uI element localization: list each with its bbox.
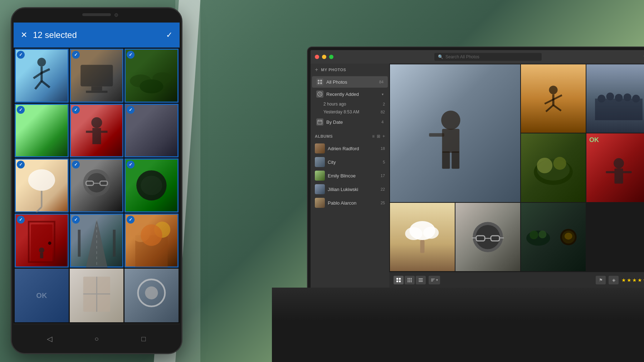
check-badge: ✓ xyxy=(72,216,80,224)
all-photos-icon xyxy=(316,78,323,85)
sidebar-item-all-photos[interactable]: All Photos 84 xyxy=(312,76,388,88)
svg-point-75 xyxy=(553,157,566,170)
mosaic-photo-red-wall[interactable]: OK xyxy=(586,133,644,202)
macos-titlebar: 🔍 Search All Photos ▼ xyxy=(311,50,644,64)
photo-cell[interactable]: ✓ xyxy=(15,49,69,103)
svg-point-60 xyxy=(549,85,557,94)
photo-cell[interactable] xyxy=(70,269,124,323)
mosaic-photo-person-sitting[interactable] xyxy=(390,64,520,202)
sidebar: + MY PHOTOS All Ph xyxy=(311,64,389,288)
star-3[interactable]: ★ xyxy=(632,277,637,283)
mosaic-photo-food[interactable] xyxy=(521,133,586,202)
album-count-adrien: 18 xyxy=(381,146,385,151)
traffic-light-maximize[interactable] xyxy=(329,55,333,59)
svg-point-95 xyxy=(530,230,538,239)
sidebar-sub-yesterday[interactable]: Yesterday 8:53 AM 82 xyxy=(311,108,389,116)
svg-rect-77 xyxy=(614,168,623,184)
filter-photos-button[interactable]: ◈ xyxy=(609,276,619,284)
photo-cell[interactable]: ✓ xyxy=(125,158,179,212)
filter-icon[interactable]: ▼ xyxy=(643,54,644,60)
phone-body: ✕ 12 selected ✓ ✓ xyxy=(11,7,182,354)
recent-nav-icon[interactable]: □ xyxy=(138,333,149,344)
add-photos-button[interactable]: + xyxy=(315,67,318,73)
svg-line-20 xyxy=(36,207,42,212)
albums-list-icon[interactable]: ≡ xyxy=(372,134,375,139)
list-view-button[interactable] xyxy=(416,276,426,284)
mosaic-photo-city-people[interactable] xyxy=(586,64,644,133)
laptop-container: 🔍 Search All Photos ▼ + MY PHOTOS xyxy=(272,47,644,362)
close-icon[interactable]: ✕ xyxy=(21,30,27,40)
photo-cell[interactable]: ✓ xyxy=(15,214,69,268)
yesterday-label: Yesterday 8:53 AM xyxy=(323,109,378,114)
svg-rect-100 xyxy=(399,280,401,282)
photo-cell[interactable]: ✓ xyxy=(70,49,124,103)
sidebar-sub-2hours[interactable]: 2 hours ago 2 xyxy=(311,100,389,108)
flag-button[interactable]: ⚑ xyxy=(596,276,606,284)
by-date-icon xyxy=(316,118,323,126)
sidebar-item-recently-added[interactable]: Recently Added ▾ xyxy=(312,88,388,100)
album-count-city: 5 xyxy=(383,160,385,164)
photo-cell[interactable]: ✓ xyxy=(125,49,179,103)
photo-cell[interactable]: OK xyxy=(15,269,69,323)
svg-rect-57 xyxy=(429,133,444,137)
album-item-adrien[interactable]: Adrien Radford 18 xyxy=(311,142,389,155)
photo-cell[interactable]: ✓ xyxy=(125,104,179,158)
star-2[interactable]: ★ xyxy=(627,277,631,283)
albums-add-icon[interactable]: + xyxy=(382,134,385,139)
svg-rect-112 xyxy=(419,281,423,282)
phone-screen: ✕ 12 selected ✓ ✓ xyxy=(14,23,180,324)
small-grid-view-button[interactable] xyxy=(405,276,415,284)
mosaic-photo-cloud-hand[interactable] xyxy=(390,203,455,271)
photo-cell[interactable]: ✓ xyxy=(15,158,69,212)
recently-added-expand-icon: ▾ xyxy=(382,92,384,96)
star-4[interactable]: ★ xyxy=(638,277,642,283)
home-nav-icon[interactable]: ○ xyxy=(91,333,102,344)
mosaic-photo-dark-bowl[interactable] xyxy=(521,203,586,271)
phone-photo-grid: ✓ ✓ xyxy=(14,48,180,323)
sort-button[interactable]: ▾ xyxy=(429,276,440,284)
traffic-light-close[interactable] xyxy=(315,55,319,59)
confirm-icon[interactable]: ✓ xyxy=(166,30,172,40)
macos-app: 🔍 Search All Photos ▼ + MY PHOTOS xyxy=(311,50,644,288)
mosaic-photo-portrait[interactable] xyxy=(455,203,520,271)
grid-view-button[interactable] xyxy=(394,276,404,284)
sidebar-item-by-date[interactable]: By Date 4 xyxy=(312,116,388,128)
svg-rect-47 xyxy=(320,80,322,82)
photo-cell[interactable]: ✓ xyxy=(70,104,124,158)
photo-cell[interactable]: ✓ xyxy=(70,214,124,268)
svg-rect-8 xyxy=(80,65,113,86)
by-date-label: By Date xyxy=(326,119,379,125)
photo-cell[interactable] xyxy=(125,269,179,323)
traffic-light-minimize[interactable] xyxy=(322,55,326,59)
album-item-jillian[interactable]: Jillian Lukiwski 22 xyxy=(311,182,389,196)
svg-rect-35 xyxy=(78,230,80,256)
svg-point-31 xyxy=(39,248,44,253)
mosaic-photo-jump[interactable] xyxy=(521,64,586,133)
search-bar[interactable]: 🔍 Search All Photos xyxy=(434,53,542,61)
albums-header: ALBUMS ≡ ⊞ + xyxy=(311,131,389,142)
album-thumb-emily xyxy=(315,171,325,181)
photo-cell[interactable]: ✓ xyxy=(70,158,124,212)
app-topbar: ✕ 12 selected ✓ xyxy=(14,23,180,48)
svg-rect-83 xyxy=(420,240,424,253)
svg-line-4 xyxy=(34,73,42,78)
back-nav-icon[interactable]: ◁ xyxy=(44,333,55,344)
star-rating[interactable]: ★ ★ ★ ★ ★ xyxy=(621,277,644,283)
album-item-emily[interactable]: Emily Blincoe 17 xyxy=(311,169,389,182)
svg-rect-17 xyxy=(100,131,107,133)
album-item-pablo[interactable]: Pablo Alarcon 25 xyxy=(311,196,389,210)
photo-cell[interactable]: ✓ xyxy=(125,214,179,268)
my-photos-label: MY PHOTOS xyxy=(321,68,385,72)
photo-cell[interactable]: ✓ OK xyxy=(15,104,69,158)
by-date-count: 4 xyxy=(381,120,384,124)
album-item-city[interactable]: City 5 xyxy=(311,155,389,169)
svg-rect-106 xyxy=(411,279,412,280)
albums-grid-icon[interactable]: ⊞ xyxy=(377,134,380,139)
svg-rect-16 xyxy=(86,131,93,133)
svg-point-40 xyxy=(141,224,162,246)
star-1[interactable]: ★ xyxy=(621,277,626,283)
check-badge: ✓ xyxy=(72,106,80,114)
svg-rect-10 xyxy=(86,91,107,93)
phone-speaker xyxy=(82,13,111,16)
all-photos-count: 84 xyxy=(379,80,384,84)
